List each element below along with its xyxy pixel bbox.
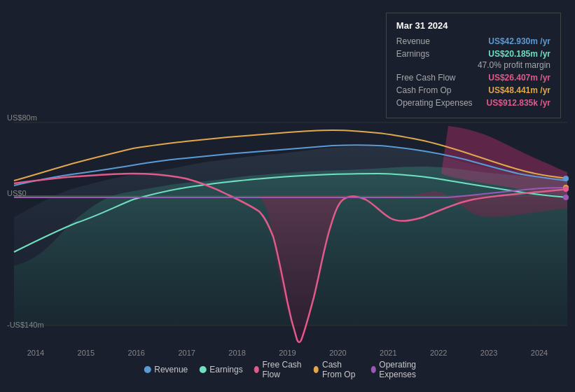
tooltip-cashop-row: Cash From Op US$48.441m /yr <box>396 85 550 95</box>
tooltip-profit-margin-row: 47.0% profit margin <box>396 60 550 70</box>
tooltip-opex-value: US$912.835k /yr <box>487 98 550 108</box>
tooltip-fcf-row: Free Cash Flow US$26.407m /yr <box>396 73 550 83</box>
tooltip-opex-row: Operating Expenses US$912.835k /yr <box>396 98 550 108</box>
tooltip-box: Mar 31 2024 Revenue US$42.930m /yr Earni… <box>386 13 561 118</box>
legend: Revenue Earnings Free Cash Flow Cash Fro… <box>144 360 431 379</box>
x-label-2018: 2018 <box>228 349 245 357</box>
legend-dot-opex <box>370 366 375 373</box>
tooltip-date: Mar 31 2024 <box>396 20 550 31</box>
legend-dot-cashfromop <box>314 366 319 373</box>
legend-item-fcf[interactable]: Free Cash Flow <box>254 360 303 379</box>
legend-label-revenue: Revenue <box>154 365 188 374</box>
legend-label-earnings: Earnings <box>209 365 242 374</box>
svg-point-7 <box>563 176 569 181</box>
legend-dot-fcf <box>254 366 259 373</box>
tooltip-cashop-value: US$48.441m /yr <box>488 85 550 95</box>
legend-label-fcf: Free Cash Flow <box>262 360 303 379</box>
y-label-top: US$80m <box>7 113 37 122</box>
tooltip-cashop-label: Cash From Op <box>396 85 452 95</box>
tooltip-fcf-value: US$26.407m /yr <box>488 73 550 83</box>
x-label-2015: 2015 <box>78 349 95 357</box>
x-label-2016: 2016 <box>128 349 145 357</box>
x-axis: 2014 2015 2016 2017 2018 2019 2020 2021 … <box>0 349 575 357</box>
svg-point-10 <box>563 186 569 192</box>
tooltip-revenue-value: US$42.930m /yr <box>488 36 550 46</box>
x-label-2021: 2021 <box>380 349 396 357</box>
tooltip-revenue-row: Revenue US$42.930m /yr <box>396 36 550 46</box>
svg-point-9 <box>563 195 569 200</box>
x-label-2023: 2023 <box>480 349 497 357</box>
tooltip-profit-margin: 47.0% profit margin <box>478 60 550 70</box>
legend-label-opex: Operating Expenses <box>379 360 431 379</box>
tooltip-earnings-label: Earnings <box>396 49 429 59</box>
x-label-2022: 2022 <box>430 349 447 357</box>
x-label-2014: 2014 <box>27 349 44 357</box>
legend-item-cashfromop[interactable]: Cash From Op <box>314 360 359 379</box>
x-label-2019: 2019 <box>279 349 296 357</box>
tooltip-revenue-label: Revenue <box>396 36 430 46</box>
x-label-2024: 2024 <box>531 349 548 357</box>
legend-item-opex[interactable]: Operating Expenses <box>370 360 431 379</box>
tooltip-opex-label: Operating Expenses <box>396 98 473 108</box>
tooltip-earnings-row: Earnings US$20.185m /yr <box>396 49 550 59</box>
legend-item-earnings[interactable]: Earnings <box>199 365 242 374</box>
legend-label-cashfromop: Cash From Op <box>322 360 360 379</box>
y-label-bot: -US$140m <box>7 321 44 329</box>
tooltip-earnings-value: US$20.185m /yr <box>488 49 550 59</box>
legend-dot-earnings <box>199 366 206 373</box>
tooltip-fcf-label: Free Cash Flow <box>396 73 456 83</box>
y-label-mid: US$0 <box>7 189 27 197</box>
chart-container: US$80m US$0 -US$140m 2014 2015 2016 2017… <box>0 0 575 392</box>
x-label-2020: 2020 <box>329 349 346 357</box>
x-label-2017: 2017 <box>178 349 195 357</box>
legend-item-revenue[interactable]: Revenue <box>144 365 188 374</box>
legend-dot-revenue <box>144 366 151 373</box>
